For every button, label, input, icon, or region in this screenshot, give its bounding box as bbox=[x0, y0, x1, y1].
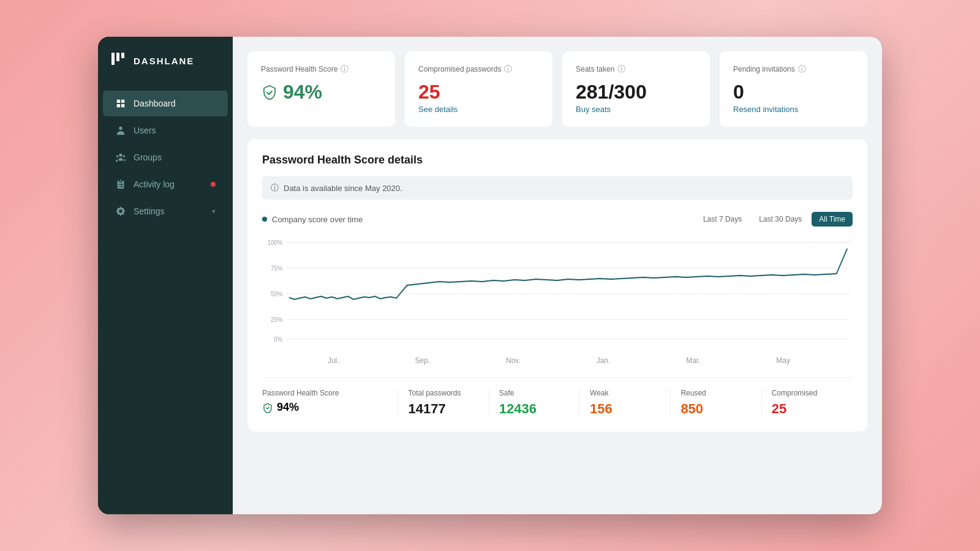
x-label-jul: Jul. bbox=[328, 356, 339, 365]
x-label-sep: Sep. bbox=[415, 356, 430, 365]
sidebar-item-label: Activity log bbox=[134, 179, 175, 189]
legend-dot bbox=[262, 217, 267, 222]
svg-text:50%: 50% bbox=[271, 290, 282, 298]
legend-label: Company score over time bbox=[272, 215, 363, 224]
svg-text:0%: 0% bbox=[274, 335, 282, 343]
info-icon-compromised: ⓘ bbox=[504, 64, 512, 75]
activity-log-badge bbox=[211, 182, 216, 187]
chart-x-labels: Jul. Sep. Nov. Jan. Mar. May bbox=[262, 356, 853, 365]
sidebar: DASHLANE Dashboard Users bbox=[98, 37, 233, 514]
sidebar-item-users[interactable]: Users bbox=[103, 118, 228, 143]
sidebar-item-dashboard[interactable]: Dashboard bbox=[103, 91, 228, 116]
footer-label-safe: Safe bbox=[499, 389, 570, 397]
info-banner-text: Data is available since May 2020. bbox=[284, 184, 402, 193]
sidebar-item-label: Users bbox=[134, 126, 156, 135]
sidebar-item-label: Dashboard bbox=[134, 99, 176, 108]
time-filter-7days[interactable]: Last 7 Days bbox=[696, 212, 749, 227]
stats-footer: Password Health Score 94% Total password… bbox=[262, 377, 853, 417]
stat-label-compromised: Compromised passwords ⓘ bbox=[418, 64, 539, 75]
x-label-may: May bbox=[776, 356, 790, 365]
footer-value-weak: 156 bbox=[590, 401, 660, 417]
time-filters: Last 7 Days Last 30 Days All Time bbox=[696, 212, 853, 227]
info-banner-icon: ⓘ bbox=[271, 182, 279, 193]
buy-seats-link[interactable]: Buy seats bbox=[576, 105, 611, 114]
footer-value-safe: 12436 bbox=[499, 401, 570, 417]
device-frame: DASHLANE Dashboard Users bbox=[98, 37, 882, 514]
chevron-down-icon: ▾ bbox=[212, 208, 216, 216]
stat-label-seats: Seats taken ⓘ bbox=[576, 64, 696, 75]
chart-header: Company score over time Last 7 Days Last… bbox=[262, 212, 853, 227]
stat-label-invitations: Pending invitations ⓘ bbox=[733, 64, 854, 75]
stats-row: Password Health Score ⓘ 94% Compromised … bbox=[247, 51, 867, 127]
chart-title: Password Health Score details bbox=[262, 154, 853, 167]
stat-card-health-score: Password Health Score ⓘ 94% bbox=[247, 51, 395, 127]
footer-value-reused: 850 bbox=[680, 401, 751, 417]
footer-label-reused: Reused bbox=[680, 389, 751, 397]
x-label-nov: Nov. bbox=[506, 356, 521, 365]
shield-icon-small bbox=[262, 402, 273, 413]
svg-rect-1 bbox=[116, 53, 119, 61]
x-label-mar: Mar. bbox=[686, 356, 700, 365]
svg-text:100%: 100% bbox=[268, 239, 283, 246]
chart-svg: 100% 75% 50% 25% 0% bbox=[262, 236, 853, 347]
info-banner: ⓘ Data is available since May 2020. bbox=[262, 176, 853, 200]
see-details-link[interactable]: See details bbox=[418, 105, 458, 114]
stat-value-invitations: 0 bbox=[733, 81, 854, 103]
svg-rect-2 bbox=[121, 53, 124, 58]
footer-stat-weak: Weak 156 bbox=[580, 389, 671, 417]
info-icon: ⓘ bbox=[341, 64, 349, 75]
svg-text:75%: 75% bbox=[271, 264, 282, 272]
stat-card-seats: Seats taken ⓘ 281/300 Buy seats bbox=[562, 51, 710, 127]
footer-stat-score: Password Health Score 94% bbox=[262, 389, 398, 417]
footer-stat-compromised: Compromised 25 bbox=[762, 389, 853, 417]
nav-items: Dashboard Users Groups bbox=[98, 89, 233, 225]
x-label-jan: Jan. bbox=[597, 356, 611, 365]
stat-card-invitations: Pending invitations ⓘ 0 Resend invitatio… bbox=[720, 51, 867, 127]
stat-value-compromised: 25 bbox=[418, 81, 539, 103]
footer-label-total: Total passwords bbox=[408, 389, 478, 397]
footer-stat-safe: Safe 12436 bbox=[489, 389, 580, 417]
sidebar-item-activity-log[interactable]: Activity log bbox=[103, 171, 228, 197]
info-icon-seats: ⓘ bbox=[617, 64, 625, 75]
info-icon-invitations: ⓘ bbox=[798, 64, 806, 75]
stat-value-seats: 281/300 bbox=[576, 81, 696, 103]
logo-area: DASHLANE bbox=[98, 37, 233, 84]
sidebar-item-label: Groups bbox=[134, 152, 162, 162]
sidebar-item-settings[interactable]: Settings ▾ bbox=[103, 198, 228, 224]
resend-invitations-link[interactable]: Resend invitations bbox=[733, 105, 798, 114]
footer-stat-reused: Reused 850 bbox=[671, 389, 761, 417]
footer-value-total: 14177 bbox=[408, 401, 478, 417]
footer-stat-total: Total passwords 14177 bbox=[398, 389, 489, 417]
stat-card-compromised: Compromised passwords ⓘ 25 See details bbox=[405, 51, 552, 127]
svg-text:25%: 25% bbox=[271, 316, 282, 323]
footer-label-score: Password Health Score bbox=[262, 389, 388, 397]
footer-label-compromised: Compromised bbox=[772, 389, 843, 397]
sidebar-item-label: Settings bbox=[134, 206, 165, 216]
logo-icon bbox=[110, 50, 127, 71]
stat-label-health: Password Health Score ⓘ bbox=[261, 64, 382, 75]
svg-rect-0 bbox=[111, 53, 115, 65]
chart-legend: Company score over time bbox=[262, 215, 363, 224]
time-filter-alltime[interactable]: All Time bbox=[812, 212, 853, 227]
main-content: Password Health Score ⓘ 94% Compromised … bbox=[233, 37, 882, 514]
footer-label-weak: Weak bbox=[590, 389, 660, 397]
time-filter-30days[interactable]: Last 30 Days bbox=[752, 212, 809, 227]
chart-area: 100% 75% 50% 25% 0% bbox=[262, 236, 853, 347]
stat-value-health: 94% bbox=[261, 81, 382, 103]
footer-score-value: 94% bbox=[262, 401, 388, 414]
chart-section: Password Health Score details ⓘ Data is … bbox=[247, 139, 867, 432]
sidebar-item-groups[interactable]: Groups bbox=[103, 144, 228, 170]
footer-value-compromised: 25 bbox=[772, 401, 843, 417]
app-name: DASHLANE bbox=[134, 56, 194, 66]
